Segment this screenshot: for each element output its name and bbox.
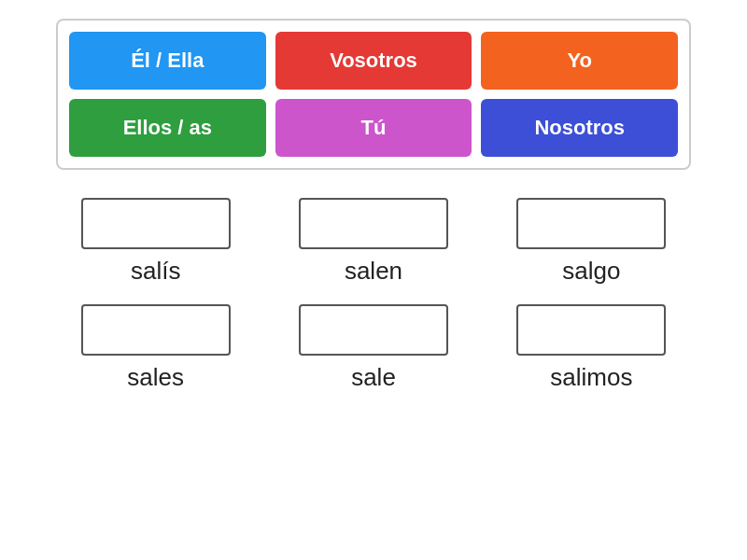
drop-box-salis[interactable]: [81, 198, 231, 249]
drop-item-salimos: salimos: [492, 304, 691, 392]
pronoun-btn-nosotros[interactable]: Nosotros: [481, 99, 678, 157]
drop-row-1: salíssalensalgo: [56, 198, 691, 286]
drop-item-sales: sales: [56, 304, 255, 392]
verb-label-sale: sale: [351, 363, 396, 392]
drop-box-salgo[interactable]: [516, 198, 666, 249]
drop-box-salimos[interactable]: [516, 304, 666, 356]
drop-item-salis: salís: [56, 198, 255, 286]
drop-item-sale: sale: [274, 304, 472, 392]
verb-label-salis: salís: [131, 257, 180, 286]
pronoun-btn-el-ella[interactable]: Él / Ella: [69, 32, 266, 90]
drop-box-salen[interactable]: [299, 198, 448, 249]
verb-label-salimos: salimos: [550, 363, 632, 392]
verb-label-sales: sales: [127, 363, 184, 392]
pronoun-btn-vosotros[interactable]: Vosotros: [275, 32, 472, 90]
verb-label-salgo: salgo: [562, 257, 620, 286]
drop-item-salgo: salgo: [492, 198, 691, 286]
pronoun-btn-ellos-as[interactable]: Ellos / as: [69, 99, 266, 157]
pronoun-btn-tu[interactable]: Tú: [275, 99, 472, 157]
drop-box-sales[interactable]: [81, 304, 231, 356]
pronoun-grid: Él / EllaVosotrosYoEllos / asTúNosotros: [56, 19, 691, 170]
drop-box-sale[interactable]: [299, 304, 448, 356]
verb-label-salen: salen: [345, 257, 402, 286]
drop-item-salen: salen: [274, 198, 472, 286]
drop-row-2: salessalesalimos: [56, 304, 691, 392]
pronoun-btn-yo[interactable]: Yo: [481, 32, 678, 90]
